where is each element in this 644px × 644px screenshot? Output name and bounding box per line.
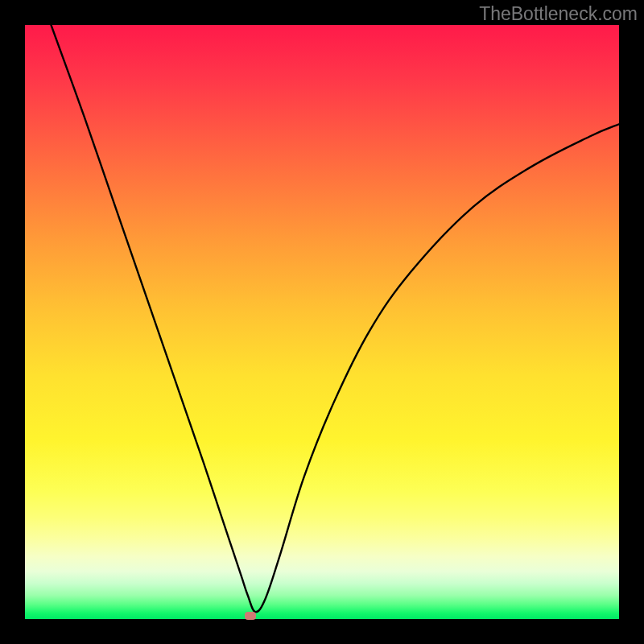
watermark-text: TheBottleneck.com — [479, 3, 638, 25]
minimum-marker — [245, 612, 256, 620]
chart-area — [25, 25, 619, 619]
